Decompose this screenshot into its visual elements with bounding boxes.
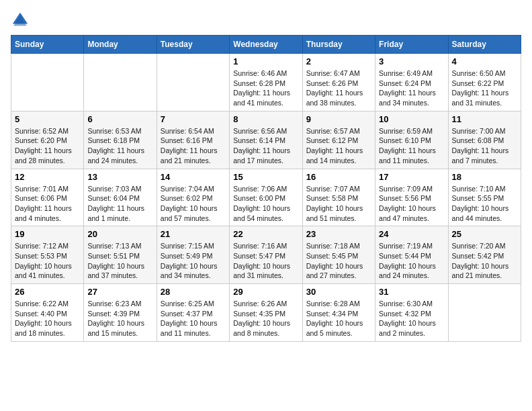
- dow-header-tuesday: Tuesday: [157, 36, 229, 54]
- day-number: 22: [233, 229, 298, 239]
- calendar-cell-w3d1: 20Sunrise: 7:13 AM Sunset: 5:51 PM Dayli…: [84, 226, 157, 284]
- day-number: 30: [306, 287, 371, 297]
- day-info: Sunrise: 7:09 AM Sunset: 5:56 PM Dayligh…: [379, 184, 444, 224]
- calendar-cell-w4d4: 30Sunrise: 6:28 AM Sunset: 4:34 PM Dayli…: [302, 284, 375, 342]
- calendar-cell-w4d6: [448, 284, 521, 342]
- day-info: Sunrise: 7:19 AM Sunset: 5:44 PM Dayligh…: [379, 241, 444, 281]
- day-number: 4: [452, 56, 517, 66]
- calendar-cell-w0d2: [157, 54, 229, 111]
- day-number: 9: [306, 114, 371, 124]
- day-info: Sunrise: 6:47 AM Sunset: 6:26 PM Dayligh…: [306, 68, 371, 108]
- calendar-cell-w2d5: 17Sunrise: 7:09 AM Sunset: 5:56 PM Dayli…: [375, 169, 448, 226]
- day-number: 14: [161, 172, 226, 182]
- logo: [11, 11, 32, 30]
- calendar-cell-w2d4: 16Sunrise: 7:07 AM Sunset: 5:58 PM Dayli…: [302, 169, 375, 226]
- day-info: Sunrise: 6:54 AM Sunset: 6:16 PM Dayligh…: [161, 126, 226, 166]
- day-info: Sunrise: 7:07 AM Sunset: 5:58 PM Dayligh…: [306, 184, 371, 224]
- calendar-cell-w3d2: 21Sunrise: 7:15 AM Sunset: 5:49 PM Dayli…: [157, 226, 229, 284]
- day-info: Sunrise: 6:23 AM Sunset: 4:39 PM Dayligh…: [87, 299, 152, 338]
- day-number: 21: [161, 229, 226, 239]
- day-info: Sunrise: 6:50 AM Sunset: 6:22 PM Dayligh…: [452, 68, 517, 108]
- day-number: 2: [306, 56, 371, 66]
- calendar-cell-w3d3: 22Sunrise: 7:16 AM Sunset: 5:47 PM Dayli…: [230, 226, 302, 284]
- day-number: 6: [87, 114, 152, 124]
- day-info: Sunrise: 7:03 AM Sunset: 6:04 PM Dayligh…: [87, 184, 152, 224]
- day-info: Sunrise: 7:16 AM Sunset: 5:47 PM Dayligh…: [233, 241, 298, 281]
- day-info: Sunrise: 6:26 AM Sunset: 4:35 PM Dayligh…: [233, 299, 298, 338]
- day-number: 8: [233, 114, 298, 124]
- calendar-cell-w3d0: 19Sunrise: 7:12 AM Sunset: 5:53 PM Dayli…: [11, 226, 84, 284]
- day-info: Sunrise: 6:22 AM Sunset: 4:40 PM Dayligh…: [15, 299, 80, 338]
- calendar-cell-w0d6: 4Sunrise: 6:50 AM Sunset: 6:22 PM Daylig…: [448, 54, 521, 111]
- day-number: 27: [87, 287, 152, 297]
- day-number: 23: [306, 229, 371, 239]
- day-number: 26: [15, 287, 80, 297]
- calendar-cell-w1d1: 6Sunrise: 6:53 AM Sunset: 6:18 PM Daylig…: [84, 111, 157, 169]
- dow-header-sunday: Sunday: [11, 36, 84, 54]
- calendar-cell-w4d0: 26Sunrise: 6:22 AM Sunset: 4:40 PM Dayli…: [11, 284, 84, 342]
- day-info: Sunrise: 7:20 AM Sunset: 5:42 PM Dayligh…: [452, 241, 517, 281]
- day-number: 5: [15, 114, 80, 124]
- day-info: Sunrise: 7:13 AM Sunset: 5:51 PM Dayligh…: [87, 241, 152, 281]
- calendar-cell-w4d1: 27Sunrise: 6:23 AM Sunset: 4:39 PM Dayli…: [84, 284, 157, 342]
- day-number: 12: [15, 172, 80, 182]
- calendar-cell-w1d0: 5Sunrise: 6:52 AM Sunset: 6:20 PM Daylig…: [11, 111, 84, 169]
- calendar-cell-w3d6: 25Sunrise: 7:20 AM Sunset: 5:42 PM Dayli…: [448, 226, 521, 284]
- calendar-cell-w2d0: 12Sunrise: 7:01 AM Sunset: 6:06 PM Dayli…: [11, 169, 84, 226]
- day-number: 29: [233, 287, 298, 297]
- day-info: Sunrise: 6:59 AM Sunset: 6:10 PM Dayligh…: [379, 126, 444, 166]
- day-info: Sunrise: 6:46 AM Sunset: 6:28 PM Dayligh…: [233, 68, 298, 108]
- calendar-cell-w3d4: 23Sunrise: 7:18 AM Sunset: 5:45 PM Dayli…: [302, 226, 375, 284]
- day-info: Sunrise: 6:28 AM Sunset: 4:34 PM Dayligh…: [306, 299, 371, 338]
- day-info: Sunrise: 6:30 AM Sunset: 4:32 PM Dayligh…: [379, 299, 444, 338]
- day-info: Sunrise: 6:53 AM Sunset: 6:18 PM Dayligh…: [87, 126, 152, 166]
- calendar-cell-w0d0: [11, 54, 84, 111]
- calendar-cell-w2d1: 13Sunrise: 7:03 AM Sunset: 6:04 PM Dayli…: [84, 169, 157, 226]
- day-number: 3: [379, 56, 444, 66]
- day-info: Sunrise: 6:52 AM Sunset: 6:20 PM Dayligh…: [15, 126, 80, 166]
- day-info: Sunrise: 7:12 AM Sunset: 5:53 PM Dayligh…: [15, 241, 80, 281]
- day-info: Sunrise: 7:04 AM Sunset: 6:02 PM Dayligh…: [161, 184, 226, 224]
- dow-header-wednesday: Wednesday: [230, 36, 302, 54]
- dow-header-monday: Monday: [84, 36, 157, 54]
- day-info: Sunrise: 7:10 AM Sunset: 5:55 PM Dayligh…: [452, 184, 517, 224]
- day-number: 18: [452, 172, 517, 182]
- day-number: 13: [87, 172, 152, 182]
- page-header: [11, 11, 521, 30]
- calendar-cell-w4d5: 31Sunrise: 6:30 AM Sunset: 4:32 PM Dayli…: [375, 284, 448, 342]
- calendar-cell-w1d4: 9Sunrise: 6:57 AM Sunset: 6:12 PM Daylig…: [302, 111, 375, 169]
- calendar-cell-w2d3: 15Sunrise: 7:06 AM Sunset: 6:00 PM Dayli…: [230, 169, 302, 226]
- calendar-cell-w2d6: 18Sunrise: 7:10 AM Sunset: 5:55 PM Dayli…: [448, 169, 521, 226]
- calendar-cell-w1d5: 10Sunrise: 6:59 AM Sunset: 6:10 PM Dayli…: [375, 111, 448, 169]
- calendar-cell-w0d4: 2Sunrise: 6:47 AM Sunset: 6:26 PM Daylig…: [302, 54, 375, 111]
- day-info: Sunrise: 7:06 AM Sunset: 6:00 PM Dayligh…: [233, 184, 298, 224]
- dow-header-saturday: Saturday: [448, 36, 521, 54]
- calendar-cell-w2d2: 14Sunrise: 7:04 AM Sunset: 6:02 PM Dayli…: [157, 169, 229, 226]
- day-number: 7: [161, 114, 226, 124]
- calendar-cell-w0d3: 1Sunrise: 6:46 AM Sunset: 6:28 PM Daylig…: [230, 54, 302, 111]
- calendar-cell-w1d3: 8Sunrise: 6:56 AM Sunset: 6:14 PM Daylig…: [230, 111, 302, 169]
- calendar-cell-w0d1: [84, 54, 157, 111]
- day-info: Sunrise: 7:00 AM Sunset: 6:08 PM Dayligh…: [452, 126, 517, 166]
- day-number: 19: [15, 229, 80, 239]
- day-number: 31: [379, 287, 444, 297]
- day-info: Sunrise: 7:01 AM Sunset: 6:06 PM Dayligh…: [15, 184, 80, 224]
- day-number: 28: [161, 287, 226, 297]
- dow-header-friday: Friday: [375, 36, 448, 54]
- dow-header-thursday: Thursday: [302, 36, 375, 54]
- day-number: 10: [379, 114, 444, 124]
- day-info: Sunrise: 6:49 AM Sunset: 6:24 PM Dayligh…: [379, 68, 444, 108]
- day-number: 20: [87, 229, 152, 239]
- calendar-cell-w3d5: 24Sunrise: 7:19 AM Sunset: 5:44 PM Dayli…: [375, 226, 448, 284]
- day-info: Sunrise: 6:57 AM Sunset: 6:12 PM Dayligh…: [306, 126, 371, 166]
- calendar-cell-w0d5: 3Sunrise: 6:49 AM Sunset: 6:24 PM Daylig…: [375, 54, 448, 111]
- day-info: Sunrise: 6:25 AM Sunset: 4:37 PM Dayligh…: [161, 299, 226, 338]
- day-number: 24: [379, 229, 444, 239]
- day-number: 15: [233, 172, 298, 182]
- day-number: 11: [452, 114, 517, 124]
- day-number: 25: [452, 229, 517, 239]
- calendar-cell-w1d6: 11Sunrise: 7:00 AM Sunset: 6:08 PM Dayli…: [448, 111, 521, 169]
- calendar-table: SundayMondayTuesdayWednesdayThursdayFrid…: [11, 35, 521, 342]
- day-number: 16: [306, 172, 371, 182]
- calendar-cell-w4d3: 29Sunrise: 6:26 AM Sunset: 4:35 PM Dayli…: [230, 284, 302, 342]
